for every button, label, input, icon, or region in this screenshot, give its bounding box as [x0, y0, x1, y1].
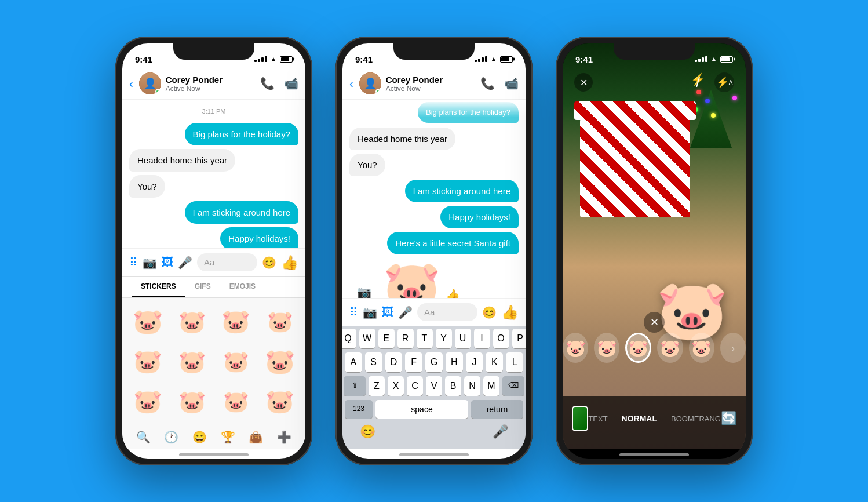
key-d[interactable]: D: [385, 352, 403, 372]
message-input-1[interactable]: Aa: [197, 253, 257, 271]
sticker-tab-gifs[interactable]: GIFS: [185, 277, 220, 297]
key-delete[interactable]: ⌫: [502, 376, 524, 396]
sticker-3[interactable]: 🐷: [215, 303, 257, 340]
sticker-option-1[interactable]: 🐷: [563, 333, 588, 363]
sticker-12[interactable]: 🐷: [259, 383, 301, 420]
phone-call-icon-2[interactable]: 📞: [480, 77, 495, 90]
plus-sticker-icon[interactable]: ➕: [277, 430, 291, 444]
sticker-10[interactable]: 🐷: [171, 383, 213, 420]
key-c[interactable]: C: [407, 376, 423, 396]
key-z[interactable]: Z: [369, 376, 385, 396]
key-p[interactable]: P: [512, 329, 526, 348]
sticker-panel-1: STICKERS GIFS EMOJIS 🐷 🐷 🐷 🐷 🐷 🐷 🐷 🐷 🐷 🐷…: [122, 276, 305, 449]
keyboard-area-2[interactable]: Q W E R T Y U I O P A S D F G H J K L: [342, 326, 526, 449]
sticker-7[interactable]: 🐷: [215, 343, 257, 380]
key-v[interactable]: V: [426, 376, 442, 396]
flash-off-icon[interactable]: ⚡ /: [691, 72, 705, 92]
sticker-2[interactable]: 🐷: [171, 303, 213, 340]
photo-icon-2[interactable]: 🖼: [382, 305, 393, 319]
key-123[interactable]: 123: [345, 400, 373, 419]
key-w[interactable]: W: [359, 329, 375, 348]
like-send-icon-2[interactable]: 👍: [501, 304, 519, 321]
camera-bg: 🐷 ✕: [563, 43, 746, 449]
sticker-4[interactable]: 🐷: [259, 303, 301, 340]
contact-info-2[interactable]: Corey Ponder Active Now: [386, 75, 476, 93]
key-j[interactable]: J: [466, 352, 483, 372]
mic-icon-2[interactable]: 🎤: [398, 305, 413, 319]
recent-sticker-icon[interactable]: 🕐: [164, 430, 178, 444]
more-icon-1[interactable]: ⠿: [129, 256, 138, 270]
key-o[interactable]: O: [493, 329, 509, 348]
key-n[interactable]: N: [464, 376, 480, 396]
bag-sticker-icon[interactable]: 👜: [249, 430, 263, 444]
emoji-kb-icon[interactable]: 😊: [360, 424, 375, 439]
key-h[interactable]: H: [446, 352, 463, 372]
key-shift[interactable]: ⇧: [344, 376, 366, 396]
mode-text-label[interactable]: TEXT: [588, 414, 607, 423]
key-y[interactable]: Y: [436, 329, 452, 348]
sticker-1[interactable]: 🐷: [127, 303, 169, 340]
key-t[interactable]: T: [417, 329, 433, 348]
camera-sticker-icon: 📷: [349, 278, 378, 298]
flash-auto-icon[interactable]: ⚡A: [714, 72, 734, 92]
mode-boomerang-label[interactable]: BOOMERANG: [671, 414, 721, 423]
sticker-option-4[interactable]: 🐷: [657, 333, 683, 363]
flip-camera-icon[interactable]: 🔄: [721, 411, 736, 426]
video-call-icon-1[interactable]: 📹: [284, 77, 298, 90]
mic-icon-1[interactable]: 🎤: [178, 256, 192, 270]
search-sticker-icon[interactable]: 🔍: [136, 430, 151, 444]
key-k[interactable]: K: [486, 352, 503, 372]
key-s[interactable]: S: [365, 352, 382, 372]
emoji-sticker-icon[interactable]: 😀: [192, 430, 207, 444]
key-a[interactable]: A: [345, 352, 362, 372]
like-send-icon-1[interactable]: 👍: [281, 254, 298, 271]
key-l[interactable]: L: [506, 352, 523, 372]
mode-normal-label[interactable]: NORMAL: [622, 414, 657, 423]
status-icons-3: ▲: [695, 55, 733, 63]
sticker-option-selected[interactable]: 🐷: [625, 333, 651, 363]
key-return[interactable]: return: [471, 400, 523, 419]
key-x[interactable]: X: [388, 376, 404, 396]
emoji-icon-2[interactable]: 😊: [482, 305, 497, 319]
camera-icon-2[interactable]: 📷: [363, 305, 377, 319]
avatar-2[interactable]: 👤: [359, 72, 381, 94]
trophy-sticker-icon[interactable]: 🏆: [221, 430, 235, 444]
message-input-2[interactable]: Aa: [417, 303, 477, 321]
key-u[interactable]: U: [455, 329, 471, 348]
gallery-thumbnail[interactable]: [572, 406, 588, 431]
key-q[interactable]: Q: [342, 329, 356, 348]
sticker-tab-emojis[interactable]: EMOJIS: [220, 277, 265, 297]
key-i[interactable]: I: [474, 329, 490, 348]
contact-info-1[interactable]: Corey Ponder Active Now: [166, 75, 256, 93]
key-e[interactable]: E: [378, 329, 395, 348]
avatar-1[interactable]: 👤: [139, 72, 161, 94]
sticker-11[interactable]: 🐷: [215, 383, 257, 420]
emoji-icon-1[interactable]: 😊: [262, 256, 276, 270]
contact-status-1: Active Now: [166, 85, 256, 93]
message-toolbar-2: ⠿ 📷 🖼 🎤 Aa 😊 👍: [342, 298, 526, 326]
phone-call-icon-1[interactable]: 📞: [260, 77, 275, 90]
sticker-option-2[interactable]: 🐷: [594, 333, 619, 363]
key-space[interactable]: space: [375, 400, 468, 419]
key-r[interactable]: R: [397, 329, 414, 348]
video-call-icon-2[interactable]: 📹: [504, 77, 519, 90]
sticker-tab-stickers[interactable]: STICKERS: [132, 277, 185, 297]
back-button-2[interactable]: ‹: [349, 77, 353, 90]
sticker-8[interactable]: 🐷: [259, 343, 301, 380]
close-camera-button[interactable]: ✕: [574, 73, 593, 92]
key-f[interactable]: F: [405, 352, 422, 372]
more-icon-2[interactable]: ⠿: [349, 305, 358, 319]
sticker-6[interactable]: 🐷: [171, 343, 213, 380]
sticker-5[interactable]: 🐷: [127, 343, 169, 380]
sticker-option-5[interactable]: 🐷: [689, 333, 714, 363]
keyboard-row-1: Q W E R T Y U I O P: [342, 326, 526, 350]
key-m[interactable]: M: [483, 376, 499, 396]
active-indicator-2: [375, 89, 381, 94]
camera-icon-1[interactable]: 📷: [143, 256, 157, 270]
key-g[interactable]: G: [425, 352, 443, 372]
photo-icon-1[interactable]: 🖼: [162, 256, 173, 269]
mic-kb-icon[interactable]: 🎤: [493, 424, 508, 439]
back-button-1[interactable]: ‹: [129, 77, 133, 90]
sticker-9[interactable]: 🐷: [127, 383, 169, 420]
key-b[interactable]: B: [445, 376, 461, 396]
